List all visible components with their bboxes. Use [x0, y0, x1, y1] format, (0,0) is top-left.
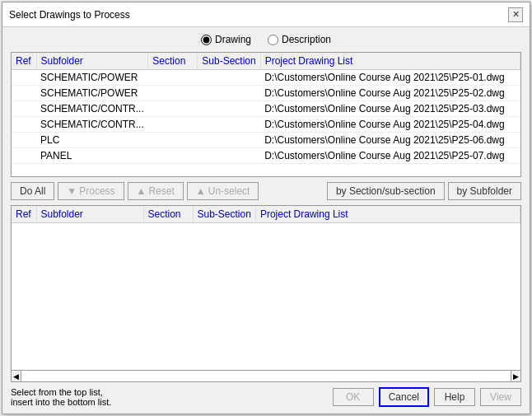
do-all-button[interactable]: Do All: [11, 182, 54, 200]
up-arrow-icon: ▲: [137, 185, 147, 197]
cell-section: [148, 70, 198, 86]
col-header-ref: Ref: [12, 53, 36, 70]
cell-subsection: [198, 133, 260, 148]
cancel-button[interactable]: Cancel: [379, 387, 429, 407]
cell-section: [148, 117, 198, 133]
select-drawings-dialog: Select Drawings to Process ✕ Drawing Des…: [2, 2, 530, 414]
cell-drawing: D:\Customers\Online Course Aug 2021\25\P…: [260, 133, 520, 148]
cell-section: [148, 86, 198, 101]
help-button[interactable]: Help: [434, 388, 475, 406]
bottom-col-header-drawing: Project Drawing List: [255, 206, 520, 223]
bottom-scrollbar[interactable]: ◀ ▶: [11, 371, 521, 382]
cell-ref: [12, 117, 36, 133]
cell-drawing: D:\Customers\Online Course Aug 2021\25\P…: [260, 117, 520, 133]
table-row[interactable]: SCHEMATIC/CONTR... D:\Customers\Online C…: [12, 101, 520, 117]
by-subfolder-button[interactable]: by Subfolder: [448, 182, 521, 200]
cell-subfolder: PLC: [36, 133, 148, 148]
cell-subsection: [198, 86, 260, 101]
table-row[interactable]: PANEL D:\Customers\Online Course Aug 202…: [12, 148, 520, 164]
cell-subfolder: SCHEMATIC/CONTR...: [36, 117, 148, 133]
table-row[interactable]: SCHEMATIC/POWER D:\Customers\Online Cour…: [12, 86, 520, 101]
top-table: Ref Subfolder Section Sub-Section Projec…: [12, 53, 520, 164]
bottom-table: Ref Subfolder Section Sub-Section Projec…: [12, 206, 520, 223]
close-button[interactable]: ✕: [508, 7, 523, 22]
cell-subsection: [198, 70, 260, 86]
cell-ref: [12, 86, 36, 101]
col-header-section: Section: [148, 53, 198, 70]
bottom-col-header-subfolder: Subfolder: [36, 206, 143, 223]
title-bar: Select Drawings to Process ✕: [2, 2, 530, 27]
status-text: Select from the top list, insert into th…: [11, 387, 111, 407]
cell-subsection: [198, 101, 260, 117]
col-header-subsection: Sub-Section: [198, 53, 260, 70]
view-button[interactable]: View: [480, 388, 521, 406]
bottom-col-header-ref: Ref: [12, 206, 36, 223]
col-header-drawing: Project Drawing List: [260, 53, 520, 70]
cell-section: [148, 101, 198, 117]
top-table-header-row: Ref Subfolder Section Sub-Section Projec…: [12, 53, 520, 70]
cell-section: [148, 133, 198, 148]
dialog-title: Select Drawings to Process: [9, 9, 130, 21]
bottom-table-header-row: Ref Subfolder Section Sub-Section Projec…: [12, 206, 520, 223]
cell-subfolder: SCHEMATIC/POWER: [36, 70, 148, 86]
drawing-radio[interactable]: [201, 35, 212, 45]
toolbar-row: Do All ▼ Process ▲ Reset ▲ Un-select by …: [11, 182, 521, 200]
cell-ref: [12, 148, 36, 164]
cell-subsection: [198, 117, 260, 133]
cell-subsection: [198, 148, 260, 164]
view-mode-radio-group: Drawing Description: [11, 34, 521, 45]
dialog-body: Drawing Description Ref Subfolder Sectio…: [2, 27, 530, 414]
bottom-table-container[interactable]: Ref Subfolder Section Sub-Section Projec…: [11, 205, 521, 371]
cell-subfolder: SCHEMATIC/CONTR...: [36, 101, 148, 117]
cell-drawing: D:\Customers\Online Course Aug 2021\25\P…: [260, 101, 520, 117]
action-buttons: OK Cancel Help View: [333, 387, 521, 407]
cell-ref: [12, 101, 36, 117]
cell-subfolder: PANEL: [36, 148, 148, 164]
table-row[interactable]: SCHEMATIC/POWER D:\Customers\Online Cour…: [12, 70, 520, 86]
ok-button[interactable]: OK: [333, 388, 374, 406]
cell-ref: [12, 70, 36, 86]
scroll-left-btn[interactable]: ◀: [12, 371, 21, 381]
drawing-radio-label[interactable]: Drawing: [201, 34, 251, 45]
by-section-button[interactable]: by Section/sub-section: [327, 182, 445, 200]
description-radio[interactable]: [268, 35, 278, 45]
cell-subfolder: SCHEMATIC/POWER: [36, 86, 148, 101]
cell-section: [148, 148, 198, 164]
col-header-subfolder: Subfolder: [36, 53, 148, 70]
top-table-container[interactable]: Ref Subfolder Section Sub-Section Projec…: [11, 52, 521, 177]
table-row[interactable]: PLC D:\Customers\Online Course Aug 2021\…: [12, 133, 520, 148]
scroll-track[interactable]: [21, 371, 511, 381]
cell-drawing: D:\Customers\Online Course Aug 2021\25\P…: [260, 70, 520, 86]
cell-ref: [12, 133, 36, 148]
top-table-body: SCHEMATIC/POWER D:\Customers\Online Cour…: [12, 70, 520, 164]
bottom-col-header-subsection: Sub-Section: [193, 206, 255, 223]
unselect-button[interactable]: ▲ Un-select: [187, 182, 259, 200]
scroll-right-btn[interactable]: ▶: [511, 371, 520, 381]
cell-drawing: D:\Customers\Online Course Aug 2021\25\P…: [260, 148, 520, 164]
footer-row: Select from the top list, insert into th…: [11, 387, 521, 407]
description-radio-label[interactable]: Description: [268, 34, 331, 45]
down-arrow-icon: ▼: [67, 185, 77, 197]
process-button[interactable]: ▼ Process: [58, 182, 124, 200]
up-arrow2-icon: ▲: [196, 185, 206, 197]
reset-button[interactable]: ▲ Reset: [128, 182, 184, 200]
bottom-col-header-section: Section: [143, 206, 193, 223]
cell-drawing: D:\Customers\Online Course Aug 2021\25\P…: [260, 86, 520, 101]
table-row[interactable]: SCHEMATIC/CONTR... D:\Customers\Online C…: [12, 117, 520, 133]
